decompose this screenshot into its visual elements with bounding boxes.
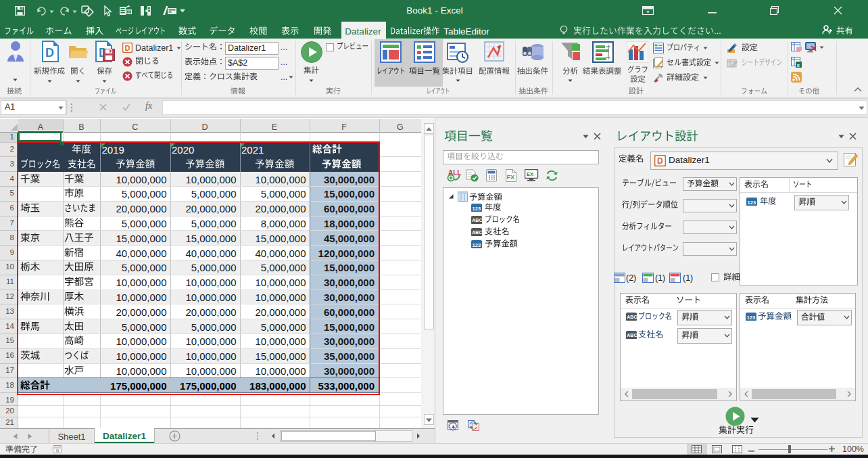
svg-text:123: 123: [747, 315, 756, 321]
svg-text:ABC: ABC: [472, 230, 482, 235]
svg-text:123: 123: [473, 242, 481, 248]
svg-text:D: D: [45, 46, 54, 60]
svg-text:123: 123: [473, 206, 481, 212]
svg-text:D: D: [124, 44, 130, 52]
svg-text:EX: EX: [527, 171, 533, 177]
svg-text:123: 123: [748, 200, 756, 206]
svg-text:FX: FX: [507, 174, 515, 181]
svg-text:ABC: ABC: [472, 218, 482, 223]
svg-text:ABC: ABC: [627, 333, 637, 338]
svg-text:D: D: [657, 156, 663, 166]
svg-text:ABC: ABC: [627, 315, 637, 319]
svg-text:x: x: [796, 62, 800, 68]
